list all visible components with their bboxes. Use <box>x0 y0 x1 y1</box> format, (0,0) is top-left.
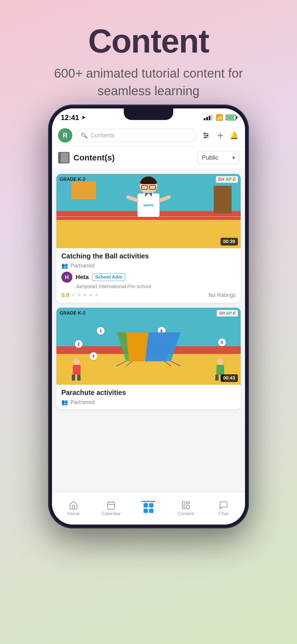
svg-rect-14 <box>108 502 115 509</box>
nav-label-calendar: Calendar <box>101 511 120 517</box>
svg-point-3 <box>204 133 205 134</box>
partner-icon-2: 👥 <box>61 399 68 405</box>
rating-row-1: 0.0 ★ ★ ★ ★ ★ No Ratings <box>61 292 236 298</box>
partner-icon-1: 👥 <box>61 262 68 269</box>
author-name-1: Heta <box>76 274 89 281</box>
video-thumbnail-2: GRADE K-2 SH AP E 1 2 3 4 <box>56 308 241 385</box>
page-title-section: Content 600+ animated tutorial content f… <box>0 0 297 100</box>
svg-line-12 <box>126 361 132 366</box>
status-time: 12:41 ➤ <box>61 113 86 122</box>
school-admin-badge-1: School Adm <box>92 273 125 281</box>
logo-1: SH AP E <box>216 176 238 183</box>
video-timer-1: 00:39 <box>221 238 238 245</box>
public-dropdown[interactable]: Public ▾ <box>198 151 239 164</box>
partner-label-2: Partnered <box>70 399 95 405</box>
no-ratings-1: No Ratings <box>208 292 236 298</box>
grade-label-2: GRADE K-2 <box>60 310 86 316</box>
video-card-1[interactable]: GRADE K-2 SH AP E <box>56 174 241 303</box>
location-arrow-icon: ➤ <box>81 114 86 121</box>
search-box[interactable]: 🔍 Contents <box>76 129 197 142</box>
svg-rect-21 <box>183 507 185 509</box>
home-icon <box>69 501 78 510</box>
card-2-info: Parachute activities 👥 Partnered <box>56 385 241 409</box>
bottom-nav: Home Calendar <box>52 492 245 525</box>
wifi-icon: 📶 <box>216 114 223 121</box>
svg-rect-19 <box>187 502 189 504</box>
content-section-header: Content(s) Public ▾ <box>52 147 245 169</box>
nav-item-chat[interactable]: Chat <box>205 501 242 517</box>
partnered-row-1: 👥 Partnered <box>61 262 236 269</box>
signal-icon <box>204 115 213 120</box>
page-title: Content <box>0 22 297 60</box>
content-icon <box>181 501 191 510</box>
parachute-svg <box>75 329 222 368</box>
chevron-down-icon: ▾ <box>232 155 235 161</box>
bell-icon[interactable]: 🔔 <box>229 131 239 140</box>
author-avatar-1: H <box>61 272 72 283</box>
rating-score-1: 0.0 <box>61 292 69 298</box>
add-icon[interactable]: + <box>215 130 225 141</box>
svg-line-11 <box>171 361 181 366</box>
svg-rect-20 <box>187 505 189 509</box>
search-icon: 🔍 <box>81 132 88 139</box>
nav-label-chat: Chat <box>219 511 229 517</box>
battery-icon <box>226 115 236 120</box>
filter-icon[interactable] <box>200 130 211 141</box>
school-name-1: Jumpstart International Pre-school <box>76 284 236 290</box>
svg-point-5 <box>205 137 206 138</box>
nav-label-home: Home <box>67 511 80 517</box>
book-icon <box>58 152 70 163</box>
svg-marker-9 <box>126 332 148 361</box>
svg-rect-18 <box>183 502 185 505</box>
svg-point-4 <box>207 135 208 136</box>
nav-label-content: Content <box>178 511 194 517</box>
phone-screen: 12:41 ➤ 📶 <box>52 108 245 525</box>
content-list: GRADE K-2 SH AP E <box>52 170 245 414</box>
chat-icon <box>219 501 228 510</box>
card-2-title: Parachute activities <box>61 389 236 397</box>
status-icons: 📶 <box>204 114 236 121</box>
partner-label-1: Partnered <box>70 263 95 269</box>
nav-item-grid[interactable] <box>130 503 167 514</box>
card-1-title: Catching the Ball activities <box>61 252 236 260</box>
video-card-2[interactable]: GRADE K-2 SH AP E 1 2 3 4 <box>56 308 241 409</box>
app-header: R 🔍 Contents <box>52 124 245 147</box>
grid-icon <box>144 503 153 513</box>
stars-1: ★ ★ ★ ★ ★ <box>71 292 99 298</box>
phone-frame: 12:41 ➤ 📶 <box>48 105 249 528</box>
video-thumbnail-1: GRADE K-2 SH AP E <box>56 174 241 248</box>
search-placeholder-text: Contents <box>90 132 115 139</box>
content-section-label: Content(s) <box>73 153 115 162</box>
rating-group: 0.0 ★ ★ ★ ★ ★ <box>61 292 99 298</box>
phone-mockup: 12:41 ➤ 📶 <box>48 105 249 531</box>
nav-item-home[interactable]: Home <box>55 501 92 517</box>
nav-item-content[interactable]: Content <box>167 501 205 517</box>
character-figure: SHAPE <box>128 176 169 227</box>
app-content: R 🔍 Contents <box>52 124 245 525</box>
nav-item-calendar[interactable]: Calendar <box>92 501 130 517</box>
partnered-row-2: 👥 Partnered <box>61 399 236 405</box>
notch <box>124 108 173 120</box>
page-subtitle: 600+ animated tutorial content for seaml… <box>0 60 297 100</box>
logo-2: SH AP E <box>217 310 238 316</box>
calendar-icon <box>106 501 116 510</box>
content-title-wrap: Content(s) <box>58 152 115 163</box>
card-1-info: Catching the Ball activities 👥 Partnered… <box>56 248 241 303</box>
active-indicator <box>142 501 155 502</box>
grade-label-1: GRADE K-2 <box>60 177 86 182</box>
user-avatar[interactable]: R <box>58 128 72 143</box>
video-timer-2: 00:43 <box>221 374 238 382</box>
svg-line-10 <box>116 361 126 366</box>
svg-line-13 <box>164 361 171 366</box>
author-row-1: H Heta School Adm <box>61 272 236 283</box>
